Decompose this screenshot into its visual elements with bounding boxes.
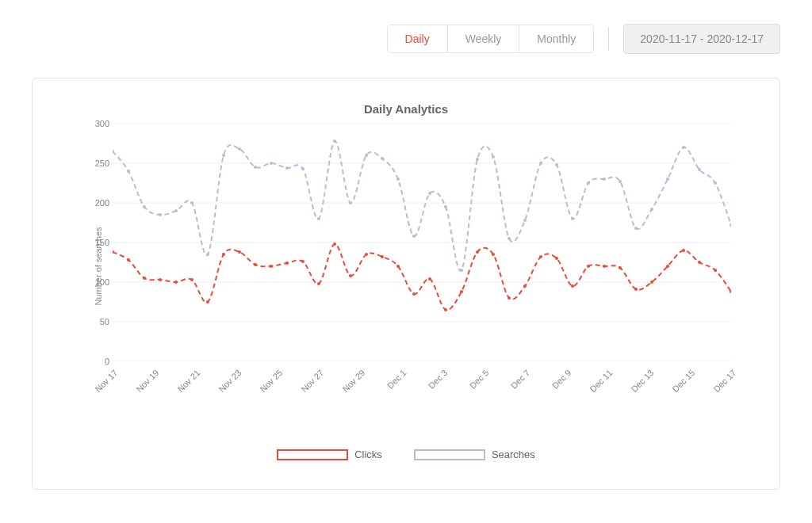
x-tick: Nov 29: [340, 368, 366, 394]
svg-point-8: [127, 258, 130, 262]
svg-point-23: [365, 253, 368, 256]
svg-point-73: [523, 219, 527, 222]
legend-label-clicks: Clicks: [354, 449, 382, 460]
y-tick: 150: [95, 238, 109, 247]
x-tick: Dec 15: [670, 368, 696, 394]
svg-point-15: [238, 250, 241, 254]
svg-point-20: [317, 282, 320, 285]
svg-point-64: [381, 157, 384, 160]
svg-point-74: [539, 162, 542, 165]
svg-point-11: [174, 281, 178, 284]
svg-point-72: [508, 237, 511, 240]
svg-point-51: [174, 209, 178, 212]
svg-point-28: [444, 308, 447, 311]
svg-point-54: [222, 154, 225, 157]
period-tabs: Daily Weekly Monthly: [387, 25, 595, 53]
legend-swatch-clicks: [277, 449, 348, 460]
svg-point-57: [270, 162, 273, 165]
svg-point-22: [349, 274, 352, 277]
svg-point-65: [396, 178, 400, 181]
svg-point-35: [555, 257, 558, 260]
toolbar-divider: [608, 27, 609, 51]
svg-point-9: [143, 277, 146, 280]
x-tick: Dec 17: [711, 368, 737, 394]
x-tick: Dec 11: [588, 368, 614, 394]
svg-point-44: [698, 261, 701, 264]
svg-point-68: [444, 205, 447, 208]
svg-point-16: [254, 263, 257, 266]
svg-point-33: [523, 284, 527, 288]
svg-point-48: [127, 170, 130, 173]
x-tick: Nov 23: [216, 368, 243, 394]
svg-point-21: [333, 242, 336, 246]
svg-point-41: [650, 281, 653, 284]
svg-point-30: [476, 250, 479, 254]
svg-point-85: [714, 181, 717, 185]
svg-point-63: [365, 154, 368, 157]
svg-point-38: [603, 265, 606, 268]
chart-title: Daily Analytics: [56, 102, 756, 116]
svg-point-17: [270, 265, 273, 268]
svg-point-31: [492, 253, 495, 256]
x-tick: Dec 13: [629, 368, 655, 394]
tab-daily[interactable]: Daily: [388, 25, 448, 52]
svg-point-49: [143, 205, 146, 208]
svg-point-69: [460, 269, 463, 272]
svg-point-50: [159, 213, 162, 216]
svg-point-27: [428, 277, 431, 281]
svg-point-14: [222, 253, 225, 256]
svg-point-79: [619, 180, 622, 183]
svg-point-61: [333, 139, 336, 143]
svg-point-56: [254, 166, 257, 169]
chart-card: Daily Analytics Number of searches 05010…: [32, 78, 780, 490]
svg-point-67: [428, 192, 431, 195]
svg-point-58: [285, 166, 289, 170]
x-tick: Dec 9: [550, 368, 573, 391]
svg-point-81: [650, 208, 653, 211]
legend-swatch-searches: [414, 449, 485, 460]
svg-point-13: [206, 300, 209, 303]
svg-point-76: [571, 217, 574, 220]
tab-weekly[interactable]: Weekly: [448, 25, 520, 52]
svg-point-86: [730, 223, 731, 227]
svg-point-24: [381, 255, 384, 258]
series-searches: [113, 141, 731, 271]
y-tick: 0: [105, 357, 109, 366]
svg-point-32: [508, 296, 511, 300]
svg-point-39: [619, 266, 622, 269]
line-chart: [113, 124, 731, 361]
x-tick: Nov 21: [175, 368, 201, 394]
x-tick: Nov 25: [258, 368, 284, 394]
svg-point-26: [412, 292, 416, 296]
legend: Clicks Searches: [56, 449, 756, 460]
svg-point-29: [460, 290, 463, 293]
svg-point-59: [301, 167, 304, 170]
svg-point-42: [666, 265, 669, 268]
svg-point-19: [301, 260, 304, 263]
svg-point-53: [206, 253, 209, 256]
svg-point-10: [159, 278, 162, 281]
svg-point-36: [571, 284, 574, 288]
chart-area: Number of searches 050100150200250300 No…: [81, 124, 731, 409]
svg-point-45: [714, 269, 717, 272]
svg-point-80: [634, 227, 638, 230]
svg-point-60: [317, 217, 320, 220]
x-tick: Dec 5: [468, 368, 491, 391]
svg-point-77: [587, 181, 590, 185]
y-tick: 300: [95, 119, 109, 128]
svg-point-75: [555, 163, 558, 166]
series-clicks: [113, 244, 731, 310]
svg-point-83: [682, 146, 685, 149]
toolbar: Daily Weekly Monthly 2020-11-17 - 2020-1…: [0, 0, 812, 70]
y-tick: 250: [95, 158, 109, 168]
tab-monthly[interactable]: Monthly: [519, 25, 593, 52]
svg-point-40: [634, 288, 638, 291]
svg-point-37: [587, 265, 590, 268]
x-tick: Dec 1: [385, 368, 408, 391]
svg-point-66: [412, 235, 416, 238]
y-tick: 50: [100, 317, 109, 326]
date-range-picker[interactable]: 2020-11-17 - 2020-12-17: [623, 24, 780, 54]
legend-label-searches: Searches: [492, 449, 535, 460]
svg-point-82: [666, 178, 669, 181]
svg-point-18: [285, 262, 289, 265]
